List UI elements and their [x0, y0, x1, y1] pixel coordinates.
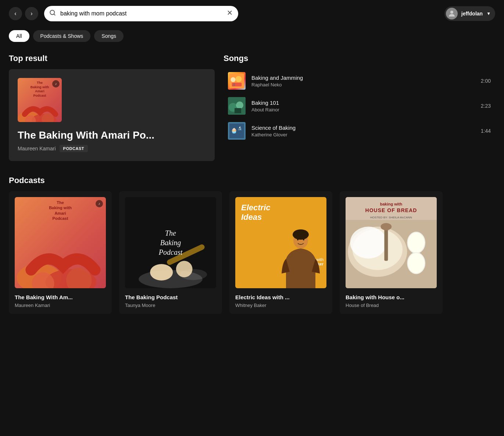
svg-rect-17: [235, 108, 241, 113]
svg-text:🔬: 🔬: [237, 126, 242, 131]
svg-point-45: [380, 223, 392, 230]
search-bar-container: [44, 6, 238, 21]
song-artwork-1: 🎵: [228, 72, 246, 90]
electric-bg: ElectricIdeas withWhitney Baker: [235, 197, 326, 288]
main-content: Top result TheBaking withAmariPodcast ♪: [0, 48, 504, 320]
song-duration-3: 1:44: [481, 128, 491, 134]
podcast-artwork-2: TheBakingPodcast: [125, 197, 216, 288]
song-artist-2: About Rainor: [251, 107, 475, 112]
top-result-name: The Baking With Amari Po...: [18, 129, 206, 141]
podcast-card-name-1: The Baking With Am...: [15, 294, 106, 300]
clear-icon[interactable]: [226, 10, 233, 18]
svg-text:🎵: 🎵: [232, 83, 236, 86]
podcast-card-author-1: Maureen Kamari: [15, 303, 106, 308]
search-input[interactable]: [44, 6, 238, 21]
baking-podcast-bg: TheBakingPodcast: [125, 197, 216, 288]
user-menu[interactable]: jeffdolan ▼: [444, 6, 495, 21]
username-label: jeffdolan: [461, 11, 483, 17]
header: ‹ › jeffdolan ▼: [0, 0, 504, 27]
svg-point-39: [350, 227, 386, 259]
svg-line-1: [54, 14, 55, 15]
svg-point-34: [297, 239, 299, 240]
podcast-card-2[interactable]: TheBakingPodcast The Baking Podcast Taun…: [119, 191, 222, 314]
song-artwork-2-bg: [228, 97, 246, 115]
filter-tabs: All Podcasts & Shows Songs: [0, 27, 504, 48]
song-artwork-3-bg: 🧁 🔬: [228, 122, 246, 140]
song-item-1[interactable]: 🎵 Baking and Jamming Raphael Neko 2:00: [224, 69, 495, 93]
top-result-card[interactable]: TheBaking withAmariPodcast ♪ The Baking …: [9, 69, 215, 161]
song-artwork-2: [228, 97, 246, 115]
svg-point-30: [150, 264, 173, 280]
podcast-card-1[interactable]: TheBaking withAmariPodcast ♪ The Baking …: [9, 191, 112, 314]
podcast-card-3[interactable]: ElectricIdeas withWhitney Baker: [229, 191, 332, 314]
song-duration-1: 2:00: [481, 78, 491, 84]
podcast-type-badge: PODCAST: [60, 145, 88, 152]
song-artist-1: Raphael Neko: [251, 82, 475, 87]
song-name-2: Baking 101: [251, 100, 475, 106]
avatar: [446, 8, 458, 19]
svg-point-16: [236, 101, 243, 109]
podcast-grid: TheBaking withAmariPodcast ♪ The Baking …: [9, 191, 495, 314]
tab-podcasts[interactable]: Podcasts & Shows: [33, 30, 91, 42]
svg-point-4: [450, 11, 453, 14]
podcast-card-author-2: Taunya Moore: [125, 303, 216, 308]
house-bread-title-art: baking withHOUSE OF BREADHOSTED BY: SHEI…: [346, 201, 437, 220]
chevron-down-icon: ▼: [486, 11, 491, 16]
svg-point-10: [230, 77, 235, 82]
artwork-amari-text: TheBaking withAmariPodcast: [20, 81, 60, 98]
top-result-artwork: TheBaking withAmariPodcast ♪: [18, 78, 62, 122]
search-icon: [49, 10, 56, 18]
song-item-3[interactable]: 🧁 🔬 Science of Baking Katherine Glover 1…: [224, 119, 495, 143]
forward-button[interactable]: ›: [25, 7, 38, 20]
song-info-1: Baking and Jamming Raphael Neko: [251, 75, 475, 87]
podcast-card-name-2: The Baking Podcast: [125, 294, 216, 300]
song-artist-3: Katherine Glover: [251, 132, 475, 137]
song-artwork-3: 🧁 🔬: [228, 122, 246, 140]
podcast-artwork-3: ElectricIdeas withWhitney Baker: [235, 197, 326, 288]
top-result-section: Top result TheBaking withAmariPodcast ♪: [9, 54, 215, 161]
song-list: 🎵 Baking and Jamming Raphael Neko 2:00: [224, 69, 495, 143]
amari-small-text: TheBaking withAmariPodcast: [17, 200, 104, 221]
song-name-3: Science of Baking: [251, 125, 475, 131]
podcasts-title: Podcasts: [9, 176, 495, 185]
svg-text:🧁: 🧁: [231, 128, 237, 134]
podcast-card-author-3: Whitney Baker: [235, 303, 326, 308]
song-info-3: Science of Baking Katherine Glover: [251, 125, 475, 137]
song-artwork-1-bg: 🎵: [228, 72, 246, 90]
svg-point-11: [236, 76, 242, 82]
top-result-author: Maureen Kamari: [18, 146, 56, 151]
podcast-artwork-4: baking withHOUSE OF BREADHOSTED BY: SHEI…: [346, 197, 437, 288]
house-bread-bg: baking withHOUSE OF BREADHOSTED BY: SHEI…: [346, 197, 437, 288]
svg-point-31: [176, 261, 193, 278]
song-name-1: Baking and Jamming: [251, 75, 475, 81]
svg-point-41: [408, 233, 425, 253]
podcast-artwork-1: TheBaking withAmariPodcast ♪: [15, 197, 106, 288]
nav-buttons: ‹ ›: [9, 7, 38, 20]
tab-all[interactable]: All: [9, 30, 29, 42]
podcasts-section: Podcasts TheBaking withAmariPodcast: [9, 176, 495, 314]
song-info-2: Baking 101 About Rainor: [251, 100, 475, 112]
back-button[interactable]: ‹: [9, 7, 22, 20]
podcast-card-name-4: Baking with House o...: [346, 294, 437, 300]
top-section: Top result TheBaking withAmariPodcast ♪: [9, 54, 495, 161]
amari-small-bg: TheBaking withAmariPodcast ♪: [15, 197, 106, 288]
tab-songs[interactable]: Songs: [94, 30, 124, 42]
songs-section: Songs 🎵: [224, 54, 495, 161]
songs-title: Songs: [224, 54, 495, 63]
podcast-card-4[interactable]: baking withHOUSE OF BREADHOSTED BY: SHEI…: [340, 191, 443, 314]
svg-point-33: [293, 229, 309, 240]
podcast-card-author-4: House of Bread: [346, 303, 437, 308]
song-item-2[interactable]: Baking 101 About Rainor 2:23: [224, 94, 495, 118]
electric-title-art: ElectricIdeas: [241, 203, 271, 222]
artwork-amari-bg: TheBaking withAmariPodcast ♪: [18, 78, 62, 122]
svg-point-35: [303, 239, 304, 240]
baking-podcast-title-art: TheBakingPodcast: [159, 228, 182, 257]
song-duration-2: 2:23: [481, 103, 491, 109]
top-result-meta: Maureen Kamari PODCAST: [18, 145, 206, 152]
podcast-card-name-3: Electric Ideas with ...: [235, 294, 326, 300]
top-result-title: Top result: [9, 54, 215, 63]
svg-point-43: [408, 253, 425, 274]
